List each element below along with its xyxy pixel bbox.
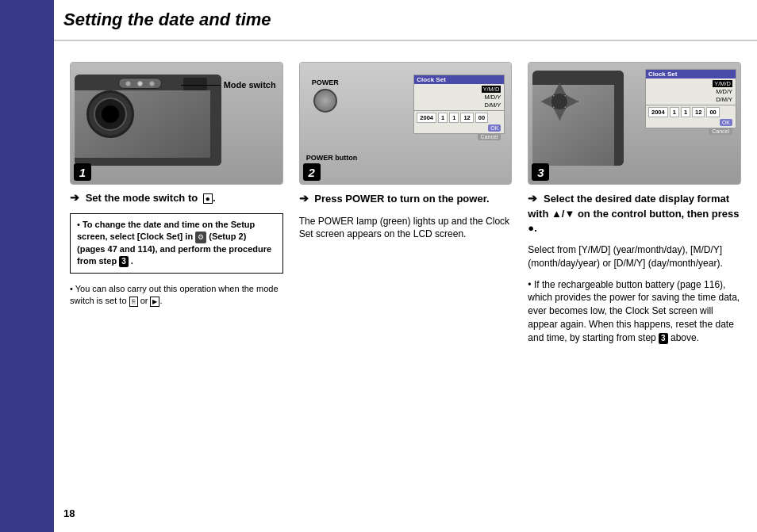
step-3: Clock Set Y/M/D M/D/Y D/M/Y 2004 1 1 (528, 62, 741, 345)
dial-dot-3 (149, 81, 155, 86)
cancel-button-2[interactable]: Cancel (478, 133, 501, 140)
dial-dot-1 (125, 81, 131, 86)
icon-play: ▶ (150, 297, 159, 307)
note-item-1: To change the date and time on the Setup… (77, 219, 276, 268)
dpad-down[interactable] (553, 108, 566, 121)
step-number-2: 2 (303, 163, 321, 181)
step-2-image: POWER POWER button Clock Set Y/M/D M/D/Y… (299, 62, 513, 185)
dial-dot-2 (137, 81, 143, 86)
step-ref-3b: 3 (659, 333, 668, 344)
step-3-desc1: Select from [Y/M/D] (year/month/day), [M… (528, 243, 741, 270)
option-dmy-3[interactable]: D/M/Y (716, 96, 732, 103)
step-2-illustration: POWER POWER button Clock Set Y/M/D M/D/Y… (300, 63, 512, 184)
year-cell-3[interactable]: 2004 (648, 107, 668, 117)
camera-icon-inline: ● (203, 193, 213, 204)
step-3-illustration: Clock Set Y/M/D M/D/Y D/M/Y 2004 1 1 (528, 63, 740, 184)
cancel-button-3[interactable]: Cancel (709, 128, 732, 135)
step-number-3: 3 (532, 163, 549, 181)
step-3-text: ➔ Select the desired date display format… (528, 191, 741, 345)
option-dmy[interactable]: D/M/Y (485, 101, 501, 109)
minute-cell-3[interactable]: 00 (706, 107, 719, 117)
day-cell[interactable]: 1 (449, 113, 459, 123)
step-3-arrow: ➔ (528, 192, 537, 205)
note-list: To change the date and time on the Setup… (77, 219, 276, 268)
step-1: Mode switch 1 ➔ Set the mode switch to ●… (70, 62, 283, 345)
clock-buttons-2: OK Cancel (414, 124, 504, 142)
option-mdy[interactable]: M/D/Y (485, 94, 501, 101)
clock-buttons-3: OK Cancel (646, 119, 736, 136)
sidebar (0, 0, 54, 532)
page-header: Setting the date and time (0, 0, 757, 41)
camera-3-body (532, 71, 624, 166)
month-cell[interactable]: 1 (438, 113, 448, 123)
mode-switch-label: Mode switch (224, 80, 276, 90)
setup-icon: ⚙ (195, 232, 206, 243)
dpad-center[interactable] (551, 94, 567, 109)
clock-screen-3-container: Clock Set Y/M/D M/D/Y D/M/Y 2004 1 1 (645, 69, 736, 128)
camera-lens-inner (102, 105, 119, 123)
clock-row-3: 2004 1 1 12 00 (646, 105, 736, 119)
day-cell-3[interactable]: 1 (681, 107, 690, 117)
clock-title-3: Clock Set (646, 70, 736, 78)
steps-container: Mode switch 1 ➔ Set the mode switch to ●… (70, 62, 741, 345)
icon-grid: ⎘ (129, 297, 138, 307)
mode-dial (118, 78, 162, 89)
hour-cell[interactable]: 12 (460, 113, 473, 123)
step-1-arrow: ➔ (70, 191, 79, 204)
step-number-1: 1 (74, 163, 91, 181)
step-1-image: Mode switch 1 (70, 62, 283, 185)
step-3-bullet: • If the rechargeable button battery (pa… (528, 278, 741, 345)
month-cell-3[interactable]: 1 (670, 107, 679, 117)
hour-cell-3[interactable]: 12 (692, 107, 705, 117)
page: Setting the date and time (0, 0, 757, 532)
power-top-label: POWER (312, 78, 339, 86)
step-ref-3: 3 (119, 256, 129, 267)
step-2-text: ➔ Press POWER to turn on the power. The … (299, 191, 513, 241)
step-1-text: ➔ Set the mode switch to ●. To change th… (70, 191, 283, 307)
main-content: Mode switch 1 ➔ Set the mode switch to ●… (54, 41, 757, 361)
power-button-label: POWER button (306, 154, 358, 162)
step-1-illustration: Mode switch (71, 63, 282, 184)
page-title: Setting the date and time (63, 10, 744, 30)
step-3-heading: ➔ Select the desired date display format… (528, 191, 741, 235)
clock-screen-3: Clock Set Y/M/D M/D/Y D/M/Y 2004 1 1 (645, 69, 736, 128)
page-number: 18 (63, 507, 75, 519)
mode-switch-annotation: Mode switch (181, 80, 276, 90)
camera-bottom (75, 158, 221, 166)
clock-title-2: Clock Set (414, 75, 504, 84)
option-ymd-3[interactable]: Y/M/D (713, 80, 732, 87)
mode-switch-line (181, 85, 221, 86)
dpad-right[interactable] (566, 95, 578, 108)
step-2-desc: The POWER lamp (green) lights up and the… (299, 215, 513, 242)
clock-options-2: Y/M/D M/D/Y D/M/Y (414, 84, 504, 111)
year-cell[interactable]: 2004 (417, 113, 436, 123)
option-ymd[interactable]: Y/M/D (482, 86, 501, 93)
dpad-cross (540, 82, 578, 121)
minute-cell[interactable]: 00 (475, 113, 488, 123)
step-2-heading: ➔ Press POWER to turn on the power. (299, 191, 513, 207)
option-mdy-3[interactable]: M/D/Y (716, 88, 732, 95)
cam3-dpad (540, 82, 578, 121)
step-2: POWER POWER button Clock Set Y/M/D M/D/Y… (299, 62, 513, 345)
power-section: POWER (312, 78, 339, 113)
ok-button-2[interactable]: OK (488, 124, 501, 132)
camera-lens-mid (94, 98, 127, 131)
clock-row-2: 2004 1 1 12 00 (414, 111, 504, 124)
step-1-notebox: To change the date and time on the Setup… (70, 213, 283, 274)
step-1-subnote: • You can also carry out this operation … (70, 283, 283, 308)
camera-lens-outer (86, 90, 134, 138)
step-1-heading: ➔ Set the mode switch to ●. (70, 191, 283, 204)
step-2-arrow: ➔ (299, 192, 309, 205)
power-button[interactable] (313, 89, 337, 113)
clock-options-3: Y/M/D M/D/Y D/M/Y (646, 78, 736, 105)
step-3-image: Clock Set Y/M/D M/D/Y D/M/Y 2004 1 1 (528, 62, 741, 185)
clock-screen-2: Clock Set Y/M/D M/D/Y D/M/Y 2004 1 1 12 (413, 75, 505, 134)
ok-button-3[interactable]: OK (720, 119, 732, 126)
cam3-right (614, 71, 624, 166)
